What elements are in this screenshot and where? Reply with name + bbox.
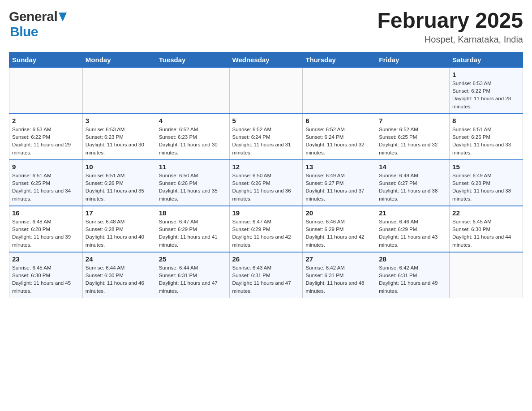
calendar-cell: 5Sunrise: 6:52 AMSunset: 6:24 PMDaylight… [229, 114, 303, 160]
calendar-cell [303, 68, 376, 114]
day-number: 26 [232, 255, 300, 263]
calendar-cell: 16Sunrise: 6:48 AMSunset: 6:28 PMDayligh… [9, 206, 83, 252]
day-info: Sunrise: 6:50 AMSunset: 6:26 PMDaylight:… [159, 172, 227, 203]
calendar-cell: 10Sunrise: 6:51 AMSunset: 6:26 PMDayligh… [82, 160, 156, 206]
day-number: 27 [305, 255, 373, 263]
day-info: Sunrise: 6:53 AMSunset: 6:22 PMDaylight:… [12, 126, 80, 157]
calendar-cell: 9Sunrise: 6:51 AMSunset: 6:25 PMDaylight… [9, 160, 83, 206]
day-info: Sunrise: 6:52 AMSunset: 6:25 PMDaylight:… [379, 126, 446, 157]
day-info: Sunrise: 6:48 AMSunset: 6:28 PMDaylight:… [86, 218, 153, 249]
calendar-cell [229, 68, 303, 114]
day-number: 6 [305, 117, 373, 124]
day-info: Sunrise: 6:42 AMSunset: 6:31 PMDaylight:… [305, 264, 373, 295]
calendar-week-2: 2Sunrise: 6:53 AMSunset: 6:22 PMDaylight… [9, 114, 523, 160]
calendar-cell: 4Sunrise: 6:52 AMSunset: 6:23 PMDaylight… [156, 114, 229, 160]
calendar-cell: 3Sunrise: 6:53 AMSunset: 6:23 PMDaylight… [82, 114, 156, 160]
day-number: 28 [379, 255, 446, 263]
day-number: 3 [86, 117, 153, 124]
day-number: 25 [159, 255, 227, 263]
calendar-cell [156, 68, 229, 114]
day-number: 7 [379, 117, 446, 124]
day-number: 12 [232, 163, 300, 171]
calendar-cell: 21Sunrise: 6:46 AMSunset: 6:29 PMDayligh… [376, 206, 450, 252]
logo-arrow-icon [59, 13, 67, 23]
day-info: Sunrise: 6:52 AMSunset: 6:24 PMDaylight:… [305, 126, 373, 157]
day-info: Sunrise: 6:46 AMSunset: 6:29 PMDaylight:… [379, 218, 446, 249]
calendar-cell: 20Sunrise: 6:46 AMSunset: 6:29 PMDayligh… [303, 206, 376, 252]
day-info: Sunrise: 6:44 AMSunset: 6:31 PMDaylight:… [159, 264, 227, 295]
calendar-table: SundayMondayTuesdayWednesdayThursdayFrid… [9, 52, 523, 298]
calendar-header: SundayMondayTuesdayWednesdayThursdayFrid… [9, 52, 523, 68]
weekday-header-thursday: Thursday [303, 52, 376, 68]
weekday-header-wednesday: Wednesday [229, 52, 303, 68]
day-info: Sunrise: 6:53 AMSunset: 6:23 PMDaylight:… [86, 126, 153, 157]
day-number: 11 [159, 163, 227, 171]
day-number: 9 [12, 163, 80, 171]
calendar-cell: 18Sunrise: 6:47 AMSunset: 6:29 PMDayligh… [156, 206, 229, 252]
day-number: 13 [305, 163, 373, 171]
day-number: 16 [12, 209, 80, 217]
calendar-cell: 27Sunrise: 6:42 AMSunset: 6:31 PMDayligh… [303, 252, 376, 298]
location-title: Hospet, Karnataka, India [377, 34, 523, 45]
calendar-week-4: 16Sunrise: 6:48 AMSunset: 6:28 PMDayligh… [9, 206, 523, 252]
day-number: 4 [159, 117, 227, 124]
calendar-cell: 24Sunrise: 6:44 AMSunset: 6:30 PMDayligh… [82, 252, 156, 298]
day-info: Sunrise: 6:45 AMSunset: 6:30 PMDaylight:… [12, 264, 80, 295]
calendar-cell: 15Sunrise: 6:49 AMSunset: 6:28 PMDayligh… [450, 160, 523, 206]
calendar-cell: 8Sunrise: 6:51 AMSunset: 6:25 PMDaylight… [450, 114, 523, 160]
day-number: 5 [232, 117, 300, 124]
day-number: 17 [86, 209, 153, 217]
calendar-cell: 2Sunrise: 6:53 AMSunset: 6:22 PMDaylight… [9, 114, 83, 160]
calendar-cell: 25Sunrise: 6:44 AMSunset: 6:31 PMDayligh… [156, 252, 229, 298]
day-info: Sunrise: 6:43 AMSunset: 6:31 PMDaylight:… [232, 264, 300, 295]
logo: General Blue [9, 9, 67, 39]
day-number: 23 [12, 255, 80, 263]
day-info: Sunrise: 6:52 AMSunset: 6:24 PMDaylight:… [232, 126, 300, 157]
day-number: 15 [452, 163, 520, 171]
day-info: Sunrise: 6:49 AMSunset: 6:27 PMDaylight:… [305, 172, 373, 203]
day-info: Sunrise: 6:46 AMSunset: 6:29 PMDaylight:… [305, 218, 373, 249]
logo-blue-text: Blue [10, 24, 38, 39]
calendar-cell: 7Sunrise: 6:52 AMSunset: 6:25 PMDaylight… [376, 114, 450, 160]
calendar-cell [450, 252, 523, 298]
day-number: 18 [159, 209, 227, 217]
day-number: 22 [452, 209, 520, 217]
day-info: Sunrise: 6:51 AMSunset: 6:25 PMDaylight:… [12, 172, 80, 203]
calendar-cell: 17Sunrise: 6:48 AMSunset: 6:28 PMDayligh… [82, 206, 156, 252]
day-number: 19 [232, 209, 300, 217]
month-title: February 2025 [377, 9, 523, 33]
weekday-header-monday: Monday [82, 52, 156, 68]
day-info: Sunrise: 6:47 AMSunset: 6:29 PMDaylight:… [159, 218, 227, 249]
day-info: Sunrise: 6:52 AMSunset: 6:23 PMDaylight:… [159, 126, 227, 157]
day-info: Sunrise: 6:49 AMSunset: 6:27 PMDaylight:… [379, 172, 446, 203]
day-number: 1 [452, 71, 520, 78]
svg-marker-0 [59, 13, 67, 21]
weekday-header-saturday: Saturday [450, 52, 523, 68]
calendar-week-3: 9Sunrise: 6:51 AMSunset: 6:25 PMDaylight… [9, 160, 523, 206]
weekday-header-sunday: Sunday [9, 52, 83, 68]
day-number: 20 [305, 209, 373, 217]
title-block: February 2025 Hospet, Karnataka, India [377, 9, 523, 45]
page-header: General Blue February 2025 Hospet, Karna… [9, 9, 523, 45]
day-info: Sunrise: 6:45 AMSunset: 6:30 PMDaylight:… [452, 218, 520, 249]
day-number: 8 [452, 117, 520, 124]
calendar-cell: 1Sunrise: 6:53 AMSunset: 6:22 PMDaylight… [450, 68, 523, 114]
day-info: Sunrise: 6:44 AMSunset: 6:30 PMDaylight:… [86, 264, 153, 295]
calendar-cell: 6Sunrise: 6:52 AMSunset: 6:24 PMDaylight… [303, 114, 376, 160]
calendar-cell: 14Sunrise: 6:49 AMSunset: 6:27 PMDayligh… [376, 160, 450, 206]
logo-general-text: General [9, 9, 57, 24]
calendar-week-5: 23Sunrise: 6:45 AMSunset: 6:30 PMDayligh… [9, 252, 523, 298]
calendar-cell [82, 68, 156, 114]
calendar-week-1: 1Sunrise: 6:53 AMSunset: 6:22 PMDaylight… [9, 68, 523, 114]
day-info: Sunrise: 6:53 AMSunset: 6:22 PMDaylight:… [452, 80, 520, 111]
calendar-cell: 13Sunrise: 6:49 AMSunset: 6:27 PMDayligh… [303, 160, 376, 206]
day-number: 2 [12, 117, 80, 124]
day-info: Sunrise: 6:51 AMSunset: 6:26 PMDaylight:… [86, 172, 153, 203]
calendar-cell: 28Sunrise: 6:42 AMSunset: 6:31 PMDayligh… [376, 252, 450, 298]
calendar-cell: 12Sunrise: 6:50 AMSunset: 6:26 PMDayligh… [229, 160, 303, 206]
day-info: Sunrise: 6:51 AMSunset: 6:25 PMDaylight:… [452, 126, 520, 157]
day-info: Sunrise: 6:49 AMSunset: 6:28 PMDaylight:… [452, 172, 520, 203]
day-number: 10 [86, 163, 153, 171]
day-number: 24 [86, 255, 153, 263]
day-info: Sunrise: 6:50 AMSunset: 6:26 PMDaylight:… [232, 172, 300, 203]
